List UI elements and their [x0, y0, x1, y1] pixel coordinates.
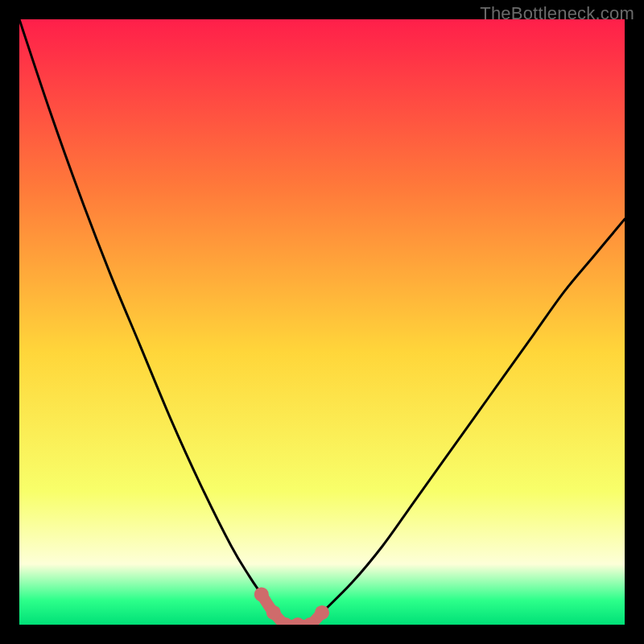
watermark-label: TheBottleneck.com	[480, 3, 634, 24]
bottleneck-plot	[19, 19, 625, 625]
chart-frame	[19, 19, 625, 625]
optimal-marker	[315, 605, 329, 620]
gradient-background	[19, 19, 625, 625]
optimal-marker	[266, 605, 281, 620]
optimal-marker	[254, 587, 269, 601]
